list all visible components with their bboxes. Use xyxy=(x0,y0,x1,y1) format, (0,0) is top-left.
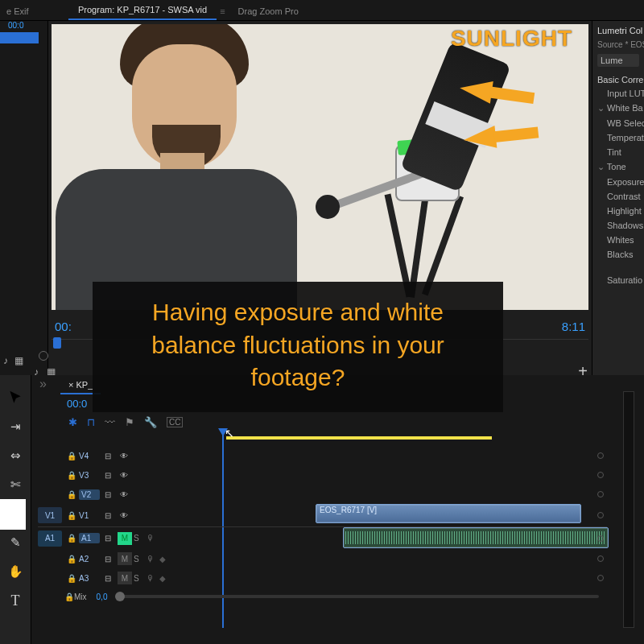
eye-icon[interactable]: 👁 xyxy=(116,490,132,499)
annotation-arrow-icon xyxy=(463,126,497,151)
lumetri-white-balance-group[interactable]: White Ba xyxy=(592,101,644,116)
lumetri-whites[interactable]: Whites xyxy=(592,233,644,247)
type-tool[interactable]: T xyxy=(7,592,23,609)
program-playhead[interactable] xyxy=(53,337,61,349)
lock-icon[interactable]: 🔒 xyxy=(64,452,79,460)
mix-slider[interactable] xyxy=(115,595,599,598)
track-toggle-icon[interactable]: ⊟ xyxy=(100,555,116,564)
lumetri-input-lut[interactable]: Input LUT xyxy=(592,86,644,101)
track-label-v4[interactable]: V4 xyxy=(79,452,100,460)
voice-over-icon[interactable]: 🎙 xyxy=(147,534,159,543)
source-patch-v1[interactable]: V1 xyxy=(38,507,62,523)
caption-overlay: Having exposure and white balance fluctu… xyxy=(93,282,503,412)
lock-icon[interactable]: 🔒 xyxy=(64,511,79,520)
voice-over-icon[interactable]: 🎙 xyxy=(147,574,159,583)
track-toggle-icon[interactable]: ⊟ xyxy=(100,490,116,499)
lumetri-effect-name[interactable]: Lume xyxy=(597,54,639,67)
loop-icon[interactable] xyxy=(39,351,48,361)
lumetri-exposure[interactable]: Exposure xyxy=(592,175,644,189)
settings-icon[interactable]: 🔧 xyxy=(144,416,157,428)
music-icon[interactable]: ♪ xyxy=(3,355,8,366)
program-video[interactable]: SUNLIGHT xyxy=(52,24,588,310)
track-area: 🔒 V4 ⊟ 👁 🔒 V3 ⊟ 👁 🔒 V2 ⊟ 👁 xyxy=(38,446,607,638)
keyframe-toggle[interactable] xyxy=(597,512,604,518)
source-patch-a1[interactable]: A1 xyxy=(38,530,62,547)
track-toggle-icon[interactable]: ⊟ xyxy=(100,511,116,520)
mix-value[interactable]: 0,0 xyxy=(97,592,108,601)
magnet-icon[interactable]: ⊓ xyxy=(87,416,95,428)
lumetri-temperature[interactable]: Temperat xyxy=(592,130,644,145)
solo-button[interactable]: S xyxy=(134,574,147,583)
lumetri-blacks[interactable]: Blacks xyxy=(592,247,644,262)
video-clip[interactable]: EOS_R6717 [V] xyxy=(316,504,581,523)
selection-tool[interactable] xyxy=(7,390,23,406)
track-toggle-icon[interactable]: ⊟ xyxy=(100,534,116,543)
lumetri-wb-selector[interactable]: WB Selec xyxy=(592,116,644,130)
linked-selection-icon[interactable]: 〰 xyxy=(105,416,115,428)
keyframe-icon[interactable]: ◆ xyxy=(159,574,171,583)
keyframe-toggle[interactable] xyxy=(597,491,604,497)
voice-over-icon[interactable]: 🎙 xyxy=(147,555,159,564)
program-panel-tabs: e Exif Program: KP_R6717 - SWSA vid ≡ Dr… xyxy=(0,0,644,21)
track-label-v2[interactable]: V2 xyxy=(79,489,100,500)
track-label-v3[interactable]: V3 xyxy=(79,471,100,480)
lumetri-contrast[interactable]: Contrast xyxy=(592,189,644,204)
lock-icon[interactable]: 🔒 xyxy=(64,592,74,601)
keyframe-toggle[interactable] xyxy=(597,535,604,542)
lock-icon[interactable]: 🔒 xyxy=(64,574,79,583)
grid-icon[interactable]: ▦ xyxy=(14,355,23,366)
razor-tool[interactable]: ✄ xyxy=(7,477,23,493)
eye-icon[interactable]: 👁 xyxy=(116,452,132,460)
solo-button[interactable]: S xyxy=(134,534,147,543)
audio-clip[interactable] xyxy=(343,527,609,548)
track-label-a1[interactable]: A1 xyxy=(79,533,100,543)
ripple-edit-tool[interactable]: ⇔ xyxy=(7,448,23,464)
eye-icon[interactable]: 👁 xyxy=(116,471,132,480)
lumetri-tint[interactable]: Tint xyxy=(592,145,644,159)
keyframe-toggle[interactable] xyxy=(597,555,604,562)
track-select-tool[interactable]: ⇥ xyxy=(7,419,23,435)
lock-icon[interactable]: 🔒 xyxy=(64,534,79,543)
mute-button[interactable]: M xyxy=(118,572,132,584)
track-toggle-icon[interactable]: ⊟ xyxy=(100,452,116,460)
tab-program[interactable]: Program: KP_R6717 - SWSA vid xyxy=(68,1,217,20)
lumetri-tone-group[interactable]: Tone xyxy=(592,159,644,175)
program-timecode-in[interactable]: 00: xyxy=(55,320,72,333)
track-label-a3[interactable]: A3 xyxy=(79,574,100,583)
lock-icon[interactable]: 🔒 xyxy=(64,555,79,564)
project-item[interactable] xyxy=(0,499,26,530)
track-toggle-icon[interactable]: ⊟ xyxy=(100,574,116,583)
track-toggle-icon[interactable]: ⊟ xyxy=(100,471,116,480)
tab-dragzoom[interactable]: Drag Zoom Pro xyxy=(229,2,308,20)
source-clip-bar[interactable] xyxy=(0,32,39,43)
track-label-v1[interactable]: V1 xyxy=(79,511,100,520)
eye-icon[interactable]: 👁 xyxy=(116,511,132,520)
lock-icon[interactable]: 🔒 xyxy=(64,471,79,480)
mute-button[interactable]: M xyxy=(118,532,132,545)
lumetri-highlights[interactable]: Highlight xyxy=(592,204,644,218)
captions-icon[interactable]: CC xyxy=(167,417,183,427)
lumetri-shadows[interactable]: Shadows xyxy=(592,218,644,233)
timeline-panel: » × KP_ 00:0 ✱ ⊓ 〰 ⚑ 🔧 CC ↖ 🔒 V4 ⊟ xyxy=(31,375,615,644)
lumetri-basic-correction[interactable]: Basic Correc xyxy=(592,70,644,86)
keyframe-toggle[interactable] xyxy=(597,472,604,478)
annotation-arrow-icon xyxy=(458,76,493,103)
solo-button[interactable]: S xyxy=(134,555,147,564)
snap-icon[interactable]: ✱ xyxy=(68,416,77,428)
marker-icon[interactable]: ⚑ xyxy=(125,416,134,428)
slider-knob[interactable] xyxy=(115,592,125,601)
lumetri-saturation[interactable]: Saturatio xyxy=(592,273,644,287)
work-area-bar[interactable] xyxy=(226,436,492,440)
hand-tool[interactable]: ✋ xyxy=(7,564,23,580)
track-label-a2[interactable]: A2 xyxy=(79,555,100,564)
tool-palette: ⇥ ⇔ ✄ |↔| ✎ ✋ T xyxy=(0,375,31,644)
tab-exif[interactable]: e Exif xyxy=(0,2,68,20)
keyframe-icon[interactable]: ◆ xyxy=(159,555,171,564)
pen-tool[interactable]: ✎ xyxy=(7,535,23,551)
mute-button[interactable]: M xyxy=(118,552,132,565)
time-ruler[interactable]: ↖ xyxy=(217,428,605,443)
mouse-cursor-icon: ↖ xyxy=(225,427,234,440)
lock-icon[interactable]: 🔒 xyxy=(64,490,79,499)
keyframe-toggle[interactable] xyxy=(597,452,604,459)
keyframe-toggle[interactable] xyxy=(597,575,604,581)
